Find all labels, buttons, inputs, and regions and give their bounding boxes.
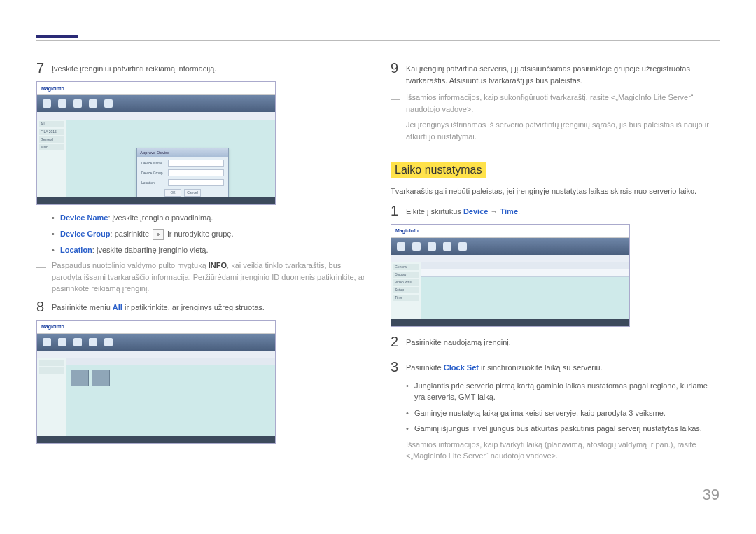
ss-body: [66, 358, 275, 436]
device-thumb: [92, 370, 110, 386]
side-item: All: [39, 121, 64, 127]
side-item: Setup: [393, 287, 419, 293]
bullet-text: Jungiantis prie serverio pirmą kartą gam…: [414, 380, 720, 403]
toolbar-icon: [443, 242, 451, 251]
dialog-title: Approve Device: [137, 148, 228, 157]
dialog-field: Device Group: [141, 169, 224, 176]
ss-table-header: [66, 358, 275, 365]
toolbar-icon: [89, 99, 97, 108]
header-rule: [36, 35, 78, 38]
step-text: Eikite į skirtukus Device → Time.: [406, 203, 720, 218]
ss-titlebar: MagicInfo: [391, 225, 629, 238]
ss-toolbar: [37, 95, 275, 112]
ss-footer: [37, 436, 275, 443]
bullet-dot: •: [406, 423, 414, 435]
bullet-dot: •: [52, 244, 60, 256]
step-number: 1: [391, 203, 406, 218]
header-line: [36, 40, 720, 41]
bullet-change: • Gaminyje nustatytą laiką galima keisti…: [406, 407, 720, 419]
note-text: Išsamios informacijos, kaip tvarkyti lai…: [406, 439, 720, 462]
side-item: Main: [39, 144, 64, 150]
bullet-gmt: • Jungiantis prie serverio pirmą kartą g…: [406, 380, 720, 403]
step-3: 3 Pasirinkite Clock Set ir sinchronizuok…: [391, 359, 720, 374]
step-number: 9: [391, 60, 406, 76]
toolbar-icon: [104, 338, 113, 346]
toolbar-icon: [58, 338, 66, 346]
bullet-dot: •: [406, 380, 414, 392]
toolbar-icon: [74, 99, 82, 108]
bullet-device-group: • Device Group: pasirinkite ir nurodykit…: [52, 228, 365, 240]
ss-logo: MagicInfo: [396, 228, 419, 233]
bullet-location: • Location: įveskite dabartinę įrenginio…: [52, 244, 365, 256]
approve-dialog: Approve Device Device Name Device Group …: [136, 148, 229, 205]
ss-body: [421, 262, 629, 319]
note-text: Išsamios informacijos, kaip sukonfigūruo…: [406, 92, 720, 115]
page-number: 39: [36, 486, 720, 504]
dialog-field: Device Name: [141, 160, 224, 167]
note-text: Paspaudus nuotolinio valdymo pulto mygtu…: [52, 260, 365, 295]
dialog-input: [168, 179, 224, 186]
side-item: Time: [393, 295, 419, 301]
ss-toolbar: [37, 334, 275, 351]
note-config: ― Išsamios informacijos, kaip sukonfigūr…: [391, 92, 720, 115]
side-item: General: [39, 136, 64, 143]
step-9: 9 Kai įrenginį patvirtina serveris, į jį…: [391, 60, 720, 86]
bullet-text: Gaminyje nustatytą laiką galima keisti s…: [414, 407, 720, 419]
toolbar-icon: [43, 99, 51, 108]
ss-sidebar: [37, 358, 67, 436]
toolbar-icon: [428, 242, 436, 251]
dialog-input: [168, 160, 224, 167]
side-item: FILA 2015: [39, 129, 64, 135]
step-8: 8 Pasirinkite meniu All ir patikrinkite,…: [36, 299, 365, 314]
dialog-input: [168, 169, 224, 176]
ss-logo: MagicInfo: [41, 86, 64, 91]
info-note: ― Paspaudus nuotolinio valdymo pulto myg…: [36, 260, 365, 295]
dash-icon: ―: [391, 92, 406, 106]
toolbar-icon: [397, 242, 405, 251]
step-2: 2 Pasirinkite naudojamą įrenginį.: [391, 334, 720, 349]
step-text: Pasirinkite Clock Set ir sinchronizuokit…: [406, 359, 720, 374]
bullet-text: Device Group: pasirinkite ir nurodykite …: [60, 228, 365, 240]
two-column-layout: 7 Įveskite įrenginiui patvirtinti reikia…: [36, 60, 720, 466]
step-number: 8: [36, 299, 52, 314]
section-title: Laiko nustatymas: [391, 162, 486, 178]
bullet-dot: •: [52, 212, 60, 224]
side-item: Display: [393, 272, 419, 278]
ss-logo: MagicInfo: [41, 324, 64, 329]
step-number: 3: [391, 359, 406, 374]
note-text: Jei įrenginys ištrinamas iš serverio pat…: [406, 119, 720, 142]
step-text: Įveskite įrenginiui patvirtinti reikiamą…: [52, 60, 365, 75]
side-item: [39, 367, 64, 374]
dialog-buttons: OK Cancel: [137, 189, 228, 197]
bullet-text: Device Name: įveskite įrenginio pavadini…: [60, 212, 365, 224]
bullet-dot: •: [52, 228, 60, 240]
screenshot-device-list: MagicInfo: [36, 320, 276, 444]
dialog-ok: OK: [164, 189, 181, 197]
ss-table-header: [421, 262, 629, 269]
toolbar-icon: [58, 99, 66, 108]
note-delete: ― Jei įrenginys ištrinamas iš serverio p…: [391, 119, 720, 142]
step-number: 7: [36, 60, 52, 76]
toolbar-icon: [458, 242, 467, 251]
side-item: [39, 360, 64, 366]
dash-icon: ―: [391, 119, 406, 134]
section-intro: Tvarkaraštis gali nebūti paleistas, jei …: [391, 185, 720, 197]
step-text: Pasirinkite naudojamą įrenginį.: [406, 334, 720, 349]
dialog-cancel: Cancel: [184, 189, 201, 197]
ss-table-row: [421, 269, 629, 277]
device-thumb: [71, 370, 89, 386]
bullet-restore: • Gaminį išjungus ir vėl įjungus bus atk…: [406, 423, 720, 435]
side-item: General: [393, 264, 419, 270]
screenshot-approve-device: MagicInfo All FILA 2015 General Main: [36, 81, 276, 205]
bullet-text: Location: įveskite dabartinę įrenginio v…: [60, 244, 365, 256]
ss-toolbar: [391, 238, 629, 255]
dialog-field: Location: [141, 179, 224, 186]
ss-footer: [37, 197, 275, 204]
ss-thumbnails: [66, 365, 275, 391]
side-item: Video Wall: [393, 279, 419, 286]
toolbar-icon: [412, 242, 421, 251]
step-number: 2: [391, 334, 406, 349]
bullet-device-name: • Device Name: įveskite įrenginio pavadi…: [52, 212, 365, 224]
step-7: 7 Įveskite įrenginiui patvirtinti reikia…: [36, 60, 365, 76]
ss-sidebar: General Display Video Wall Setup Time: [391, 262, 421, 319]
